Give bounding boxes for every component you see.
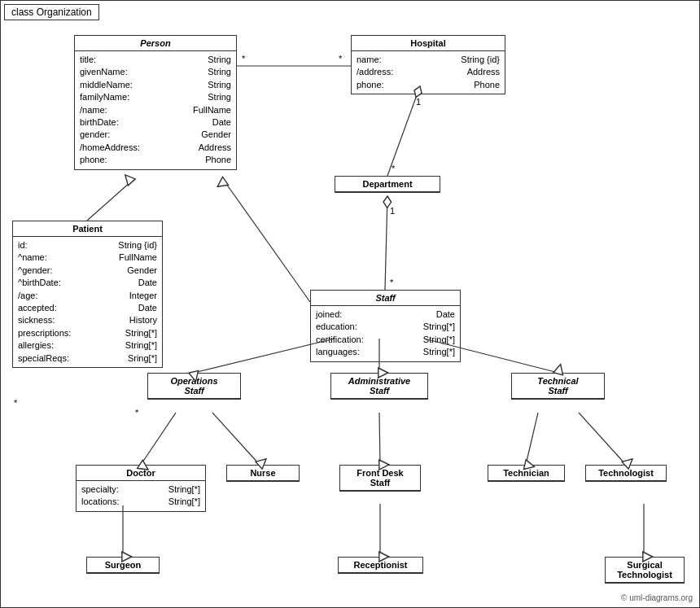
svg-line-0 [87,182,131,221]
class-operations-staff-name: Operations Staff [148,374,240,399]
class-nurse: Nurse [226,465,300,482]
svg-text:*: * [242,54,246,63]
class-front-desk-staff: Front Desk Staff [339,465,421,492]
class-staff-name: Staff [311,291,460,306]
svg-text:*: * [392,164,396,173]
svg-text:*: * [14,398,18,408]
class-person: Person title:String givenName:String mid… [74,35,237,170]
class-technical-staff: Technical Staff [511,373,605,400]
class-surgeon-name: Surgeon [87,558,159,573]
class-administrative-staff-name: Administrative Staff [331,374,427,399]
class-person-name: Person [75,36,236,51]
class-technologist-name: Technologist [586,466,666,481]
class-doctor-attrs: specialty:String[*] locations:String[*] [77,481,205,511]
class-person-attrs: title:String givenName:String middleName… [75,51,236,169]
diagram-title: class Organization [4,4,99,20]
class-department: Department [335,176,440,193]
class-staff-attrs: joined:Date education:String[*] certific… [311,306,460,361]
class-nurse-name: Nurse [227,466,299,481]
class-receptionist: Receptionist [338,557,423,574]
class-hospital: Hospital name:String {id} /address:Addre… [351,35,505,94]
svg-text:*: * [390,278,394,287]
class-patient: Patient id:String {id} ^name:FullName ^g… [12,221,163,368]
svg-text:*: * [135,408,139,418]
class-surgical-technologist: Surgical Technologist [605,557,685,584]
class-doctor-name: Doctor [77,466,205,481]
svg-line-5 [385,196,387,290]
svg-line-16 [141,413,176,465]
class-administrative-staff: Administrative Staff [330,373,428,400]
svg-line-2 [387,86,420,176]
class-surgeon: Surgeon [86,557,160,574]
svg-text:*: * [339,54,343,63]
class-technologist: Technologist [585,465,667,482]
class-technician: Technician [488,465,565,482]
class-technical-staff-name: Technical Staff [512,374,604,399]
class-front-desk-staff-name: Front Desk Staff [340,466,420,491]
svg-line-17 [212,413,260,465]
diagram-container: class Organization Person title:String g… [0,0,700,608]
class-operations-staff: Operations Staff [147,373,241,400]
class-department-name: Department [335,177,440,192]
svg-text:1: 1 [416,97,421,107]
svg-text:1: 1 [390,206,395,216]
class-hospital-attrs: name:String {id} /address:Address phone:… [352,51,505,94]
class-doctor: Doctor specialty:String[*] locations:Str… [76,465,206,512]
class-surgical-technologist-name: Surgical Technologist [606,558,684,583]
class-patient-attrs: id:String {id} ^name:FullName ^gender:Ge… [13,237,162,367]
copyright: © uml-diagrams.org [621,593,693,602]
class-technician-name: Technician [488,466,564,481]
class-patient-name: Patient [13,221,162,237]
svg-line-18 [379,413,380,465]
class-receptionist-name: Receptionist [339,558,422,573]
svg-line-1 [225,182,310,302]
svg-line-20 [579,413,626,465]
class-staff: Staff joined:Date education:String[*] ce… [310,290,461,362]
class-hospital-name: Hospital [352,36,505,51]
svg-line-19 [526,413,538,465]
